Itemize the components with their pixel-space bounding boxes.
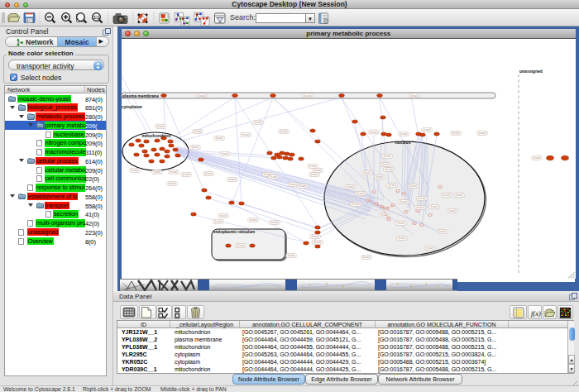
svg-text:f(x): f(x) [531, 309, 541, 318]
svg-text:mitochondrion: mitochondrion [142, 133, 171, 138]
svg-text:plasma membrane: plasma membrane [122, 93, 159, 98]
svg-text:cytoplasm: cytoplasm [122, 104, 142, 109]
svg-text:endoplasmic reticulum: endoplasmic reticulum [213, 230, 255, 234]
svg-text:unassigned: unassigned [519, 69, 543, 74]
svg-text:nucleus: nucleus [395, 140, 411, 145]
svg-text:1:1: 1:1 [93, 16, 99, 20]
